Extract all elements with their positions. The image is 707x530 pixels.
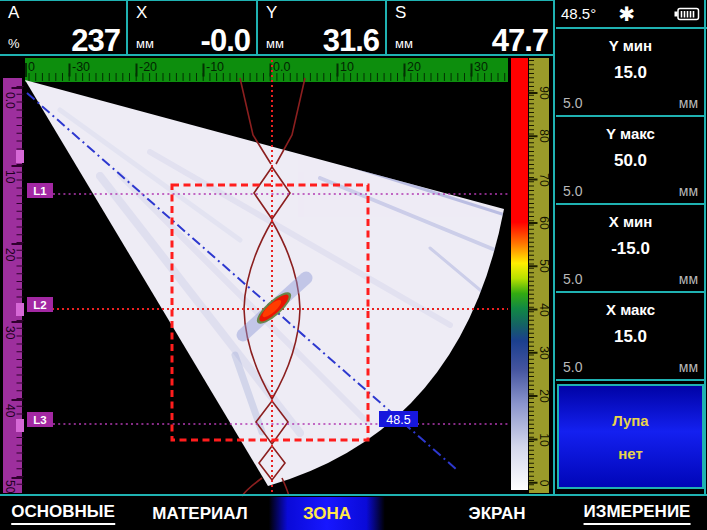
s-unit: мм xyxy=(395,36,413,51)
panel-step: 5.0 xyxy=(563,271,582,287)
measurement-bar: A % 237 X мм -0.0 Y мм 31.6 S мм 47.7 xyxy=(0,0,554,56)
left-ruler-label: 50 xyxy=(3,480,17,494)
battery-icon xyxy=(674,7,700,21)
y-unit: мм xyxy=(266,36,284,51)
top-ruler-label: -30 xyxy=(72,60,90,74)
amplitude-colorbar xyxy=(511,58,528,490)
menu-item-izmerenie[interactable]: ИЗМЕРЕНИЕ xyxy=(584,497,691,530)
top-ruler-label: 30 xyxy=(474,60,488,74)
top-ruler-label: 0 xyxy=(28,60,35,74)
svg-text:L3: L3 xyxy=(33,414,46,426)
amp-ruler-label: 30 xyxy=(537,346,551,360)
amp-ruler-label: 0 xyxy=(537,480,551,487)
magnifier-panel[interactable]: Лупа нет xyxy=(557,384,704,489)
y-coordinate-cell: Y мм 31.6 xyxy=(258,1,387,56)
top-ruler-label: -10 xyxy=(206,60,224,74)
panel-unit: мм xyxy=(679,359,698,375)
amp-ruler-label: 10 xyxy=(537,433,551,447)
amp-ruler-label: 50 xyxy=(537,259,551,273)
menu-item-material[interactable]: МАТЕРИАЛ xyxy=(152,497,247,530)
asterisk-icon: ✱ xyxy=(618,9,635,19)
svg-text:48.5: 48.5 xyxy=(386,413,410,427)
magnifier-value: нет xyxy=(618,445,643,462)
s-scan-plot: 0.0 10 20 30 40 50 0 -30 -20 -10 0.0 10 … xyxy=(0,56,556,497)
y-label: Y xyxy=(266,3,277,23)
top-ruler-label: 10 xyxy=(340,60,354,74)
amp-ruler-label: 40 xyxy=(537,303,551,317)
x-coordinate-cell: X мм -0.0 xyxy=(128,1,258,56)
panel-title: X мин xyxy=(556,205,705,230)
angle-value-badge: 48.5 xyxy=(379,411,418,427)
probe-status-cell: 48.5° ✱ xyxy=(556,0,705,27)
amp-ruler-label: 20 xyxy=(537,389,551,403)
menubar-top-border xyxy=(0,494,707,496)
amp-ruler-label: 80 xyxy=(537,129,551,143)
left-ruler-label: 30 xyxy=(3,326,17,340)
panel-unit: мм xyxy=(679,95,698,111)
menu-item-osnovnye[interactable]: ОСНОВНЫЕ xyxy=(11,497,115,530)
panel-value: -15.0 xyxy=(556,239,705,259)
gate-l3-badge: L3 xyxy=(27,412,53,427)
top-ruler-label: 0.0 xyxy=(273,60,290,74)
panel-value: 50.0 xyxy=(556,151,705,171)
panel-step: 5.0 xyxy=(563,95,582,111)
sidebar-left-border xyxy=(553,0,555,496)
gate-marker-notch xyxy=(16,303,24,316)
panel-unit: мм xyxy=(679,183,698,199)
amplitude-unit: % xyxy=(8,36,20,51)
panel-step: 5.0 xyxy=(563,359,582,375)
panel-title: Y мин xyxy=(556,29,705,54)
magnifier-title: Лупа xyxy=(612,412,648,429)
panel-x-min[interactable]: X мин -15.0 5.0 мм xyxy=(556,205,705,293)
top-ruler-label: -20 xyxy=(139,60,157,74)
left-ruler-label: 40 xyxy=(3,404,17,418)
s-label: S xyxy=(395,3,406,23)
amplitude-ruler: 90 80 70 60 50 40 30 20 10 0 xyxy=(529,58,551,493)
menu-item-zona[interactable]: ЗОНА xyxy=(269,497,385,530)
svg-text:L1: L1 xyxy=(33,185,47,197)
panel-y-min[interactable]: Y мин 15.0 5.0 мм xyxy=(556,29,705,117)
gate-marker-notch xyxy=(16,150,24,163)
beam-angle-readout: 48.5° xyxy=(561,5,596,22)
panel-value: 15.0 xyxy=(556,63,705,83)
gate-l2-badge: L2 xyxy=(27,297,53,312)
panel-y-max[interactable]: Y макс 50.0 5.0 мм xyxy=(556,117,705,205)
main-menu-bar: ОСНОВНЫЕ МАТЕРИАЛ ЗОНА ЭКРАН ИЗМЕРЕНИЕ xyxy=(0,497,707,530)
amp-ruler-label: 60 xyxy=(537,216,551,230)
s-path-cell: S мм 47.7 xyxy=(387,1,554,56)
amplitude-cell: A % 237 xyxy=(0,1,128,56)
svg-text:L2: L2 xyxy=(33,299,46,311)
panel-title: Y макс xyxy=(556,117,705,142)
x-unit: мм xyxy=(136,36,154,51)
parameter-sidebar: Y мин 15.0 5.0 мм Y макс 50.0 5.0 мм X м… xyxy=(556,29,705,489)
top-ruler-label: 20 xyxy=(407,60,421,74)
flaw-detector-screen: A % 237 X мм -0.0 Y мм 31.6 S мм 47.7 48… xyxy=(0,0,707,530)
amp-ruler-label: 70 xyxy=(537,173,551,187)
panel-x-max[interactable]: X макс 15.0 5.0 мм xyxy=(556,293,705,381)
gate-marker-notch xyxy=(16,419,24,432)
menu-item-ekran[interactable]: ЭКРАН xyxy=(469,497,526,530)
panel-value: 15.0 xyxy=(556,327,705,347)
left-depth-ruler: 0.0 10 20 30 40 50 xyxy=(3,78,24,494)
panel-title: X макс xyxy=(556,293,705,318)
amp-ruler-label: 90 xyxy=(537,86,551,100)
x-label: X xyxy=(136,3,147,23)
gate-l1-badge: L1 xyxy=(27,183,53,198)
left-ruler-label: 0.0 xyxy=(3,92,17,109)
amplitude-label: A xyxy=(8,3,19,23)
panel-step: 5.0 xyxy=(563,183,582,199)
top-distance-ruler: 0 -30 -20 -10 0.0 10 20 30 xyxy=(25,58,508,82)
left-ruler-label: 10 xyxy=(3,170,17,184)
panel-unit: мм xyxy=(679,271,698,287)
left-ruler-label: 20 xyxy=(3,248,17,262)
